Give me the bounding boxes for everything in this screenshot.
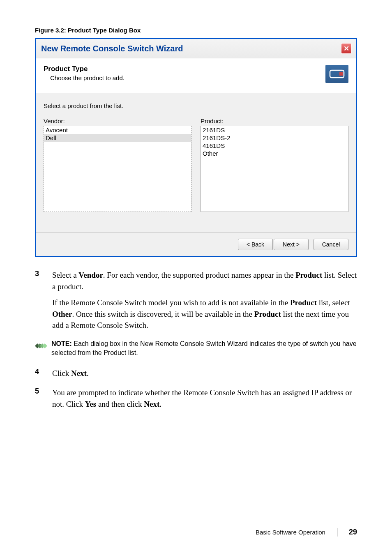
product-icon (325, 65, 348, 83)
wizard-header-text: Product Type Choose the product to add. (44, 65, 125, 81)
product-label: Product: (201, 117, 348, 124)
step-text: You are prompted to indicate whether the… (52, 387, 357, 410)
product-listbox[interactable]: 2161DS 2161DS-2 4161DS Other (201, 126, 348, 212)
footer-page-number: 29 (349, 528, 357, 537)
note-icon (35, 340, 47, 352)
wizard-dialog: New Remote Console Switch Wizard ✕ Produ… (35, 38, 357, 257)
wizard-header: Product Type Choose the product to add. (36, 58, 356, 93)
note-block: NOTE: Each dialog box in the New Remote … (35, 339, 357, 358)
wizard-footer: < Back Next > Cancel (36, 233, 356, 256)
vendor-label: Vendor: (44, 117, 191, 124)
list-item[interactable]: 2161DS-2 (201, 134, 348, 142)
wizard-header-sub: Choose the product to add. (50, 74, 125, 81)
list-item[interactable]: 4161DS (201, 142, 348, 150)
step-number: 3 (35, 269, 52, 331)
next-button[interactable]: Next > (274, 239, 309, 250)
list-item[interactable]: Avocent (44, 126, 191, 134)
list-item[interactable]: Dell (44, 134, 191, 142)
note-text: NOTE: Each dialog box in the New Remote … (51, 339, 357, 358)
page-footer: Basic Software Operation 29 (256, 528, 357, 537)
cancel-button[interactable]: Cancel (314, 239, 348, 250)
wizard-title: New Remote Console Switch Wizard (41, 44, 183, 53)
list-item[interactable]: Other (201, 150, 348, 157)
svg-marker-5 (42, 343, 47, 348)
back-button[interactable]: < Back (238, 239, 273, 250)
step-text: Click Next. (52, 368, 89, 379)
footer-section: Basic Software Operation (256, 529, 325, 536)
svg-rect-1 (339, 72, 343, 76)
vendor-listbox[interactable]: Avocent Dell (44, 126, 191, 212)
close-button[interactable]: ✕ (341, 43, 352, 54)
list-item[interactable]: 2161DS (201, 126, 348, 134)
footer-divider (337, 528, 337, 537)
step-number: 5 (35, 387, 52, 410)
close-icon: ✕ (344, 44, 349, 53)
figure-caption: Figure 3.2: Product Type Dialog Box (35, 27, 357, 34)
step-text: Select a Vendor. For each vendor, the su… (52, 269, 357, 331)
step-number: 4 (35, 368, 52, 379)
wizard-instruction: Select a product from the list. (44, 102, 348, 109)
wizard-header-main: Product Type (44, 65, 125, 73)
wizard-titlebar: New Remote Console Switch Wizard ✕ (36, 39, 356, 58)
wizard-body: Select a product from the list. Vendor: … (36, 93, 356, 233)
